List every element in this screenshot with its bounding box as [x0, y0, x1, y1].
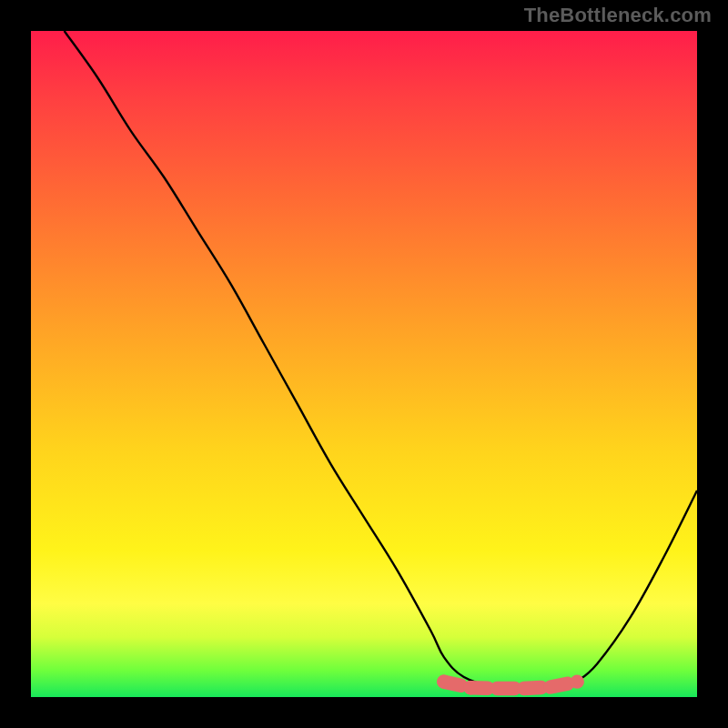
optimal-range-markers — [437, 674, 584, 688]
marker-dot — [571, 674, 584, 688]
chart-svg — [31, 31, 697, 697]
bottleneck-curve-path — [65, 31, 697, 689]
chart-frame: TheBottleneck.com — [0, 0, 728, 728]
watermark-text: TheBottleneck.com — [524, 4, 712, 27]
plot-area — [31, 31, 697, 697]
